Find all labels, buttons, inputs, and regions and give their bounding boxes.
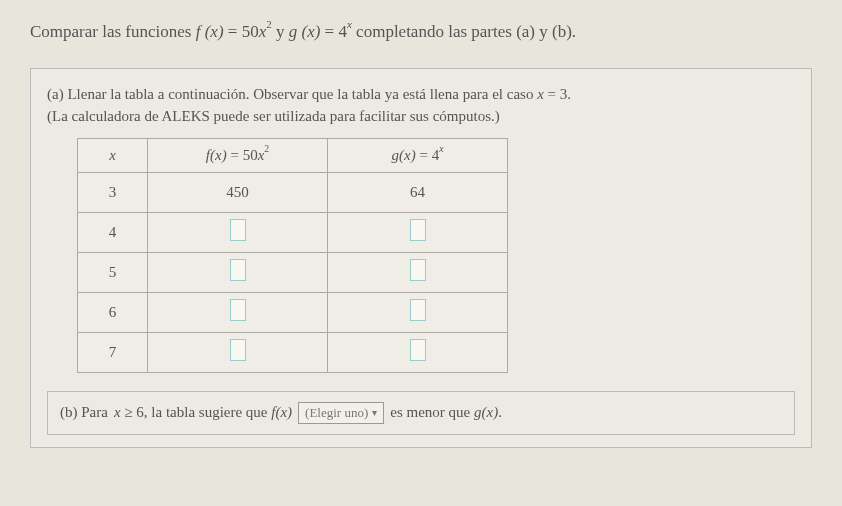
hdr-gx-paren: (x): [399, 147, 416, 163]
cell-gx-input: [328, 252, 508, 292]
cell-gx-input: [328, 292, 508, 332]
part-a-line2: (La calculadora de ALEKS puede ser utili…: [47, 108, 500, 124]
answer-input[interactable]: [230, 259, 246, 281]
part-b-prefix: (b) Para: [60, 404, 108, 421]
cell-fx: 450: [148, 172, 328, 212]
part-b-suffix: es menor que: [390, 404, 474, 420]
prompt-suffix: completando las partes (a) y (b).: [352, 22, 576, 41]
question-prompt: Comparar las funciones f (x) = 50x2 y g …: [30, 20, 812, 44]
cell-fx-input: [148, 252, 328, 292]
cell-x: 4: [78, 212, 148, 252]
header-x-label: x: [109, 147, 116, 163]
answer-input[interactable]: [230, 219, 246, 241]
hdr-gx-exp: x: [439, 143, 443, 154]
ge-symbol: ≥: [124, 404, 132, 420]
cell-x: 7: [78, 332, 148, 372]
table-row: 6: [78, 292, 508, 332]
part-b-threshold: 6: [136, 404, 144, 420]
hdr-fx-exp: 2: [264, 143, 269, 154]
answer-input[interactable]: [230, 339, 246, 361]
answer-input[interactable]: [410, 219, 426, 241]
g-base: 4: [338, 22, 347, 41]
hdr-fx-coeff: 50: [243, 147, 258, 163]
prompt-prefix: Comparar las funciones: [30, 22, 196, 41]
header-fx: f(x) = 50x2: [148, 138, 328, 172]
answer-input[interactable]: [410, 259, 426, 281]
cell-gx-input: [328, 332, 508, 372]
hdr-gx-eq: =: [416, 147, 432, 163]
part-a-text: (a) Llenar la tabla a continuación. Obse…: [47, 83, 795, 128]
part-a-line1-prefix: (a) Llenar la tabla a continuación. Obse…: [47, 86, 537, 102]
f-coeff: 50: [242, 22, 259, 41]
choice-dropdown[interactable]: (Elegir uno) ▾: [298, 402, 384, 424]
part-b-mid: , la tabla sugiere que: [144, 404, 271, 420]
g-exp: x: [347, 18, 352, 30]
table-header-row: x f(x) = 50x2 g(x) = 4x: [78, 138, 508, 172]
part-b-row: (b) Para x ≥ 6, la tabla sugiere que f(x…: [47, 391, 795, 435]
answer-input[interactable]: [410, 339, 426, 361]
cell-fx-input: [148, 292, 328, 332]
cell-fx-input: [148, 212, 328, 252]
conj-and: y: [272, 22, 289, 41]
f-exp: 2: [266, 18, 272, 30]
table-row: 3 450 64: [78, 172, 508, 212]
answer-input[interactable]: [230, 299, 246, 321]
part-b-g: g: [474, 404, 482, 420]
hdr-fx-paren: (x): [210, 147, 227, 163]
cell-fx-input: [148, 332, 328, 372]
cell-gx: 64: [328, 172, 508, 212]
part-a-eq-lhs: x: [537, 86, 544, 102]
cell-x: 6: [78, 292, 148, 332]
header-x: x: [78, 138, 148, 172]
eq-sign: =: [224, 22, 242, 41]
paren-x-g: (x): [301, 22, 320, 41]
cell-x: 3: [78, 172, 148, 212]
g-name: g: [289, 22, 298, 41]
paren-x: (x): [205, 22, 224, 41]
answer-input[interactable]: [410, 299, 426, 321]
part-b-var: x: [114, 404, 121, 420]
chevron-down-icon: ▾: [372, 407, 377, 418]
problem-panel: (a) Llenar la tabla a continuación. Obse…: [30, 68, 812, 448]
table-row: 5: [78, 252, 508, 292]
part-b-fx-paren: (x): [275, 404, 292, 420]
hdr-fx-eq: =: [227, 147, 243, 163]
dropdown-label: (Elegir uno): [305, 405, 368, 421]
eq-sign-g: =: [320, 22, 338, 41]
table-row: 7: [78, 332, 508, 372]
header-gx: g(x) = 4x: [328, 138, 508, 172]
f-name: f: [196, 22, 201, 41]
hdr-gx-name: g: [392, 147, 400, 163]
values-table: x f(x) = 50x2 g(x) = 4x 3 450 64: [77, 138, 508, 373]
part-a-period: .: [567, 86, 571, 102]
cell-x: 5: [78, 252, 148, 292]
part-b-period: .: [498, 404, 502, 420]
table-body: 3 450 64 4 5 6: [78, 172, 508, 372]
cell-gx-input: [328, 212, 508, 252]
table-row: 4: [78, 212, 508, 252]
part-b-gx-paren: (x): [482, 404, 499, 420]
